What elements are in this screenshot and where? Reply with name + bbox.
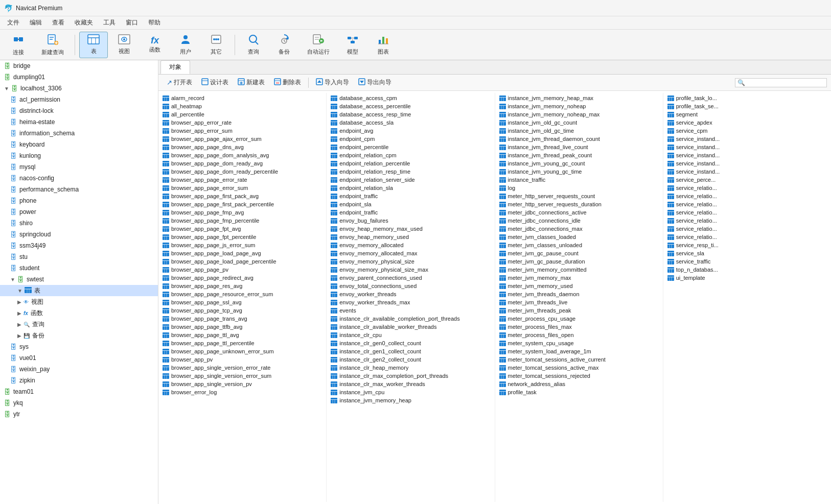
- table-entry[interactable]: browser_app_page_fpt_avg: [160, 225, 324, 233]
- sidebar-item-acl_permission[interactable]: 🗄 acl_permission: [0, 94, 158, 105]
- toolbar-backup[interactable]: 备份: [270, 32, 298, 58]
- table-entry[interactable]: database_access_resp_time: [329, 110, 492, 118]
- sidebar-item-springcloud[interactable]: 🗄 springcloud: [0, 229, 158, 240]
- table-entry[interactable]: meter_jvm_memory_used: [497, 282, 661, 290]
- sidebar-item-zipkin[interactable]: 🗄 zipkin: [0, 375, 158, 386]
- search-box[interactable]: 🔍: [735, 78, 827, 87]
- table-entry[interactable]: meter_jvm_gc_pause_count: [497, 249, 661, 257]
- table-entry[interactable]: browser_app_page_dom_analysis_avg: [160, 151, 324, 159]
- table-entry[interactable]: all_heatmap: [160, 102, 324, 110]
- sidebar-item-phone[interactable]: 🗄 phone: [0, 195, 158, 206]
- table-entry[interactable]: service_relatio...: [665, 233, 829, 241]
- table-entry[interactable]: browser_app_page_error_rate: [160, 176, 324, 184]
- table-entry[interactable]: profile_task: [497, 388, 661, 396]
- table-entry[interactable]: instance_jvm_memory_noheap_max: [497, 110, 661, 118]
- menu-item-窗口[interactable]: 窗口: [121, 17, 143, 28]
- table-entry[interactable]: meter_tomcat_sessions_active_current: [497, 355, 661, 364]
- table-entry[interactable]: instance_clr_available_worker_threads: [329, 323, 492, 331]
- sidebar-item-shiro[interactable]: 🗄 shiro: [0, 218, 158, 229]
- table-entry[interactable]: meter_tomcat_sessions_active_max: [497, 364, 661, 372]
- table-entry[interactable]: service_instand...: [665, 159, 829, 167]
- delete-table-button[interactable]: 删除表: [270, 77, 305, 88]
- toolbar-auto-run[interactable]: 自动运行: [301, 32, 336, 58]
- table-entry[interactable]: envoy_worker_threads_max: [329, 298, 492, 306]
- table-entry[interactable]: browser_app_page_dom_ready_percentile: [160, 167, 324, 176]
- table-entry[interactable]: endpoint_relation_server_side: [329, 176, 492, 184]
- sidebar-item-swtest-func[interactable]: ▶ fx 函数: [0, 307, 158, 319]
- table-entry[interactable]: instance_jvm_old_gc_count: [497, 118, 661, 127]
- sidebar-item-sys[interactable]: 🗄 sys: [0, 341, 158, 352]
- table-entry[interactable]: meter_jvm_gc_pause_duration: [497, 257, 661, 266]
- export-wizard-button[interactable]: 导出向导: [354, 77, 396, 88]
- table-entry[interactable]: browser_app_page_ssl_avg: [160, 298, 324, 306]
- table-entry[interactable]: envoy_memory_physical_size_max: [329, 266, 492, 274]
- sidebar-item-power[interactable]: 🗄 power: [0, 206, 158, 218]
- sidebar-item-ykq[interactable]: 🗄 ykq: [0, 397, 158, 409]
- table-entry[interactable]: endpoint_traffic: [329, 192, 492, 200]
- sidebar-item-student[interactable]: 🗄 student: [0, 262, 158, 274]
- sidebar-item-information_schema[interactable]: 🗄 information_schema: [0, 128, 158, 139]
- table-entry[interactable]: meter_jvm_memory_committed: [497, 266, 661, 274]
- new-table-button[interactable]: 新建表: [234, 77, 269, 88]
- table-entry[interactable]: browser_app_page_fmp_percentile: [160, 217, 324, 225]
- table-entry[interactable]: instance_jvm_memory_heap: [329, 396, 492, 404]
- table-entry[interactable]: endpoint_relation_percentile: [329, 159, 492, 167]
- table-entry[interactable]: service_instand...: [665, 135, 829, 143]
- table-entry[interactable]: service_relatio...: [665, 192, 829, 200]
- table-entry[interactable]: browser_app_page_resource_error_sum: [160, 290, 324, 298]
- sidebar-item-mysql[interactable]: 🗄 mysql: [0, 161, 158, 173]
- table-entry[interactable]: instance_clr_max_worker_threads: [329, 380, 492, 388]
- sidebar-item-swtest-backup[interactable]: ▶ 💾 备份: [0, 330, 158, 341]
- sidebar-item-heima-estate[interactable]: 🗄 heima-estate: [0, 116, 158, 128]
- table-entry[interactable]: instance_jvm_memory_noheap: [497, 102, 661, 110]
- table-entry[interactable]: browser_app_page_first_pack_avg: [160, 192, 324, 200]
- table-entry[interactable]: meter_jdbc_connections_max: [497, 225, 661, 233]
- table-entry[interactable]: endpoint_cpm: [329, 135, 492, 143]
- sidebar-item-bridge[interactable]: 🗄 bridge: [0, 60, 158, 71]
- table-entry[interactable]: endpoint_sla: [329, 200, 492, 208]
- sidebar-item-team01[interactable]: 🗄 team01: [0, 386, 158, 397]
- table-entry[interactable]: browser_app_page_ttl_avg: [160, 331, 324, 339]
- table-entry[interactable]: browser_app_page_trans_avg: [160, 315, 324, 323]
- table-entry[interactable]: instance_clr_heap_memory: [329, 364, 492, 372]
- table-entry[interactable]: service_instand...: [665, 167, 829, 176]
- table-entry[interactable]: meter_jvm_memory_max: [497, 274, 661, 282]
- table-entry[interactable]: browser_error_log: [160, 388, 324, 396]
- table-entry[interactable]: meter_jvm_threads_daemon: [497, 290, 661, 298]
- table-entry[interactable]: network_address_alias: [497, 380, 661, 388]
- table-entry[interactable]: browser_app_page_tcp_avg: [160, 306, 324, 315]
- table-entry[interactable]: envoy_heap_memory_used: [329, 233, 492, 241]
- table-entry[interactable]: envoy_memory_allocated_max: [329, 249, 492, 257]
- menu-item-收藏夹[interactable]: 收藏夹: [70, 17, 98, 28]
- menu-item-工具[interactable]: 工具: [98, 17, 121, 28]
- table-entry[interactable]: endpoint_relation_resp_time: [329, 167, 492, 176]
- sidebar-item-swtest-table[interactable]: ▼ 表: [0, 285, 158, 296]
- table-entry[interactable]: envoy_heap_memory_max_used: [329, 225, 492, 233]
- table-entry[interactable]: endpoint_percentile: [329, 143, 492, 151]
- sidebar-item-swtest-query[interactable]: ▶ 🔍 查询: [0, 319, 158, 330]
- table-entry[interactable]: top_n_databas...: [665, 266, 829, 274]
- sidebar-item-kunlong[interactable]: 🗄 kunlong: [0, 150, 158, 161]
- table-entry[interactable]: instance_jvm_young_gc_time: [497, 167, 661, 176]
- table-entry[interactable]: database_access_sla: [329, 118, 492, 127]
- table-entry[interactable]: meter_jvm_classes_unloaded: [497, 241, 661, 249]
- table-entry[interactable]: browser_app_page_redirect_avg: [160, 274, 324, 282]
- sidebar-item-weixin_pay[interactable]: 🗄 weixin_pay: [0, 364, 158, 375]
- table-entry[interactable]: ui_template: [665, 274, 829, 282]
- table-entry[interactable]: browser_app_page_error_sum: [160, 184, 324, 192]
- menu-item-帮助[interactable]: 帮助: [143, 17, 166, 28]
- table-entry[interactable]: log: [497, 184, 661, 192]
- toolbar-function[interactable]: fx 函数: [141, 32, 169, 58]
- table-entry[interactable]: browser_app_page_first_pack_percentile: [160, 200, 324, 208]
- table-entry[interactable]: database_access_cpm: [329, 94, 492, 102]
- table-entry[interactable]: envoy_memory_allocated: [329, 241, 492, 249]
- sidebar-item-localhost[interactable]: ▼ 🗄 localhost_3306: [0, 83, 158, 94]
- table-entry[interactable]: meter_process_cpu_usage: [497, 315, 661, 323]
- table-entry[interactable]: meter_tomcat_sessions_rejected: [497, 372, 661, 380]
- toolbar-new-query[interactable]: 新建查询: [35, 32, 71, 58]
- sidebar-item-ytr[interactable]: 🗄 ytr: [0, 409, 158, 420]
- table-entry[interactable]: meter_jvm_threads_peak: [497, 306, 661, 315]
- menu-item-查看[interactable]: 查看: [47, 17, 70, 28]
- table-entry[interactable]: service_perce...: [665, 176, 829, 184]
- menu-item-编辑[interactable]: 编辑: [25, 17, 47, 28]
